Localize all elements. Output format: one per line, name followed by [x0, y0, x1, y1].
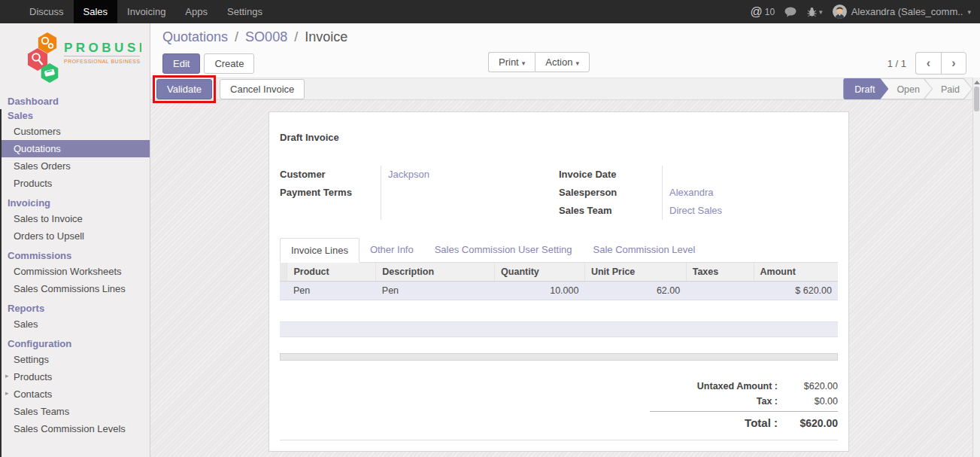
field-group-right: Invoice Date Salesperson Sales Team Alex…: [559, 166, 838, 220]
sidebar-item-sales-to-invoice[interactable]: Sales to Invoice: [0, 210, 150, 227]
scroll-up-arrow-icon[interactable]: [974, 81, 980, 84]
untaxed-amount-label: Untaxed Amount :: [650, 379, 778, 394]
sidebar-section-reports: Reports: [0, 301, 150, 315]
pager-previous-button[interactable]: ‹: [915, 52, 941, 75]
invoice-lines-table: Product Description Quantity Unit Price …: [280, 263, 838, 300]
table-row[interactable]: Pen Pen 10.000 62.00 $ 620.00: [280, 282, 838, 300]
vertical-scrollbar[interactable]: [972, 78, 980, 457]
column-amount[interactable]: Amount: [754, 263, 838, 282]
field-labels-left: Customer Payment Terms: [280, 166, 381, 220]
sidebar: PROBUSE PROFESSIONAL BUSINESS Dashboard …: [0, 23, 150, 457]
breadcrumb-current: Invoice: [305, 29, 347, 44]
breadcrumb: Quotations / SO008 / Invoice: [162, 29, 980, 52]
print-button[interactable]: Print▾: [488, 52, 535, 72]
cell-taxes: [686, 282, 754, 300]
create-button[interactable]: Create: [204, 53, 254, 74]
invoice-date-label: Invoice Date: [559, 166, 662, 184]
tax-row: Tax : $0.00: [650, 394, 838, 409]
breadcrumb-separator: /: [291, 29, 301, 44]
sidebar-item-config-products[interactable]: ▸ Products: [0, 368, 150, 385]
nav-discuss[interactable]: Discuss: [20, 0, 74, 23]
caret-down-icon: ▾: [819, 8, 823, 16]
column-description[interactable]: Description: [376, 263, 495, 282]
untaxed-amount-value: $620.00: [778, 379, 838, 394]
tab-other-info[interactable]: Other Info: [360, 238, 424, 263]
nav-invoicing[interactable]: Invoicing: [117, 0, 175, 23]
breadcrumb-so008[interactable]: SO008: [245, 29, 287, 44]
avatar: [833, 5, 847, 19]
sidebar-item-sales-commissions-lines[interactable]: Sales Commissions Lines: [0, 280, 150, 297]
column-product[interactable]: Product: [287, 263, 376, 282]
invoice-sheet: Draft Invoice Customer Payment Terms Jac…: [269, 111, 849, 452]
invoice-date-value: [669, 166, 838, 184]
payment-terms-value: [388, 184, 559, 202]
breadcrumb-separator: /: [232, 29, 241, 44]
sales-team-label: Sales Team: [559, 202, 662, 220]
main-area: Quotations / SO008 / Invoice Edit Create…: [150, 23, 980, 457]
sidebar-item-config-contacts[interactable]: ▸ Contacts: [0, 385, 150, 403]
button-row: Edit Create Print▾ Action▾ 1 / 1 ‹ ›: [162, 52, 980, 75]
sidebar-item-sales-teams[interactable]: Sales Teams: [0, 403, 150, 420]
action-button[interactable]: Action▾: [535, 52, 590, 72]
cell-quantity: 10.000: [495, 282, 585, 300]
breadcrumb-quotations[interactable]: Quotations: [162, 29, 228, 44]
tab-invoice-lines[interactable]: Invoice Lines: [280, 238, 360, 263]
expand-caret-icon[interactable]: ▸: [5, 389, 9, 397]
edit-button[interactable]: Edit: [162, 53, 200, 74]
horizontal-scrollbar[interactable]: [280, 353, 838, 361]
sheet-bottom-divider: [280, 440, 838, 440]
sidebar-item-commission-worksheets[interactable]: Commission Worksheets: [0, 263, 150, 280]
sidebar-item-sales-orders[interactable]: Sales Orders: [0, 157, 150, 175]
pager: 1 / 1 ‹ ›: [887, 52, 966, 75]
sales-team-value[interactable]: Direct Sales: [669, 202, 838, 220]
tab-sale-commission-level[interactable]: Sale Commission Level: [583, 238, 706, 263]
totals-divider: [650, 411, 838, 412]
sidebar-item-products[interactable]: Products: [0, 175, 150, 192]
untaxed-amount-row: Untaxed Amount : $620.00: [650, 379, 838, 394]
cell-product: Pen: [287, 282, 376, 300]
cancel-invoice-button[interactable]: Cancel Invoice: [220, 79, 305, 99]
messages-button[interactable]: [784, 7, 797, 17]
field-group-left: Customer Payment Terms Jackpson: [280, 166, 559, 220]
nav-apps[interactable]: Apps: [175, 0, 217, 23]
navbar-menus: Discuss Sales Invoicing Apps Settings: [0, 0, 272, 23]
nav-settings[interactable]: Settings: [217, 0, 272, 23]
status-step-draft[interactable]: Draft: [843, 78, 888, 99]
brand-tagline: PROFESSIONAL BUSINESS: [64, 59, 141, 64]
sidebar-item-sales-root[interactable]: Sales: [0, 108, 150, 123]
customer-value[interactable]: Jackpson: [388, 166, 559, 184]
sidebar-item-orders-to-upsell[interactable]: Orders to Upsell: [0, 227, 150, 245]
column-unit-price[interactable]: Unit Price: [584, 263, 686, 282]
user-menu[interactable]: Alexandra (Sales_comm.. ▾: [833, 5, 971, 19]
mentions-counter[interactable]: @ 10: [750, 5, 775, 19]
salesperson-value[interactable]: Alexandra: [669, 184, 838, 202]
sidebar-item-quotations[interactable]: Quotations: [0, 140, 150, 157]
sidebar-item-settings[interactable]: Settings: [0, 351, 150, 368]
totals-block: Untaxed Amount : $620.00 Tax : $0.00 Tot…: [650, 379, 838, 432]
column-taxes[interactable]: Taxes: [686, 263, 754, 282]
sidebar-item-sales-commission-levels[interactable]: Sales Commission Levels: [0, 420, 150, 437]
validate-button[interactable]: Validate: [156, 79, 212, 99]
total-label: Total :: [650, 414, 778, 432]
tab-sales-commission-user-setting[interactable]: Sales Commission User Setting: [424, 238, 583, 263]
column-quantity[interactable]: Quantity: [495, 263, 585, 282]
notebook-tabs: Invoice Lines Other Info Sales Commissio…: [280, 238, 838, 263]
mention-count: 10: [765, 7, 775, 17]
scrollbar-thumb[interactable]: [974, 87, 979, 111]
tax-value: $0.00: [778, 394, 838, 409]
field-values-right: Alexandra Direct Sales: [662, 166, 838, 220]
pager-next-button[interactable]: ›: [941, 52, 966, 75]
nav-sales[interactable]: Sales: [74, 0, 118, 23]
status-steps: Draft Open Paid: [843, 78, 972, 99]
sidebar-item-sales-report[interactable]: Sales: [0, 315, 150, 333]
salesperson-label: Salesperson: [559, 184, 662, 202]
sidebar-item-customers[interactable]: Customers: [0, 123, 150, 140]
navbar-systray: @ 10 ▾: [750, 0, 980, 23]
caret-down-icon: ▾: [522, 59, 526, 67]
page-body: PROBUSE PROFESSIONAL BUSINESS Dashboard …: [0, 23, 980, 457]
probuse-logo: PROBUSE PROFESSIONAL BUSINESS: [27, 31, 150, 88]
debug-menu-button[interactable]: ▾: [807, 7, 823, 17]
sidebar-item-dashboard[interactable]: Dashboard: [0, 94, 150, 108]
expand-caret-icon[interactable]: ▸: [5, 372, 9, 379]
statusbar: Validate Cancel Invoice Draft Open Paid: [150, 78, 980, 100]
